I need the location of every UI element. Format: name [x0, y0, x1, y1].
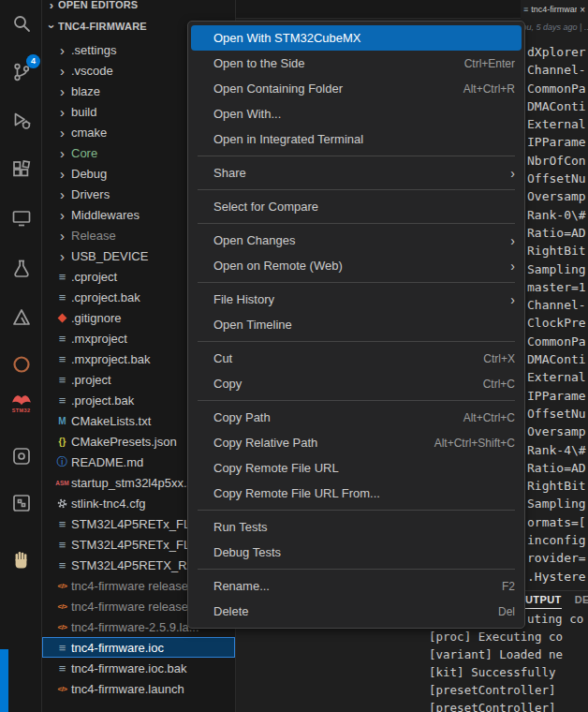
- chevron-right-icon: ›: [60, 229, 65, 243]
- activity-bar: 4 STM32: [0, 0, 42, 712]
- code-line: Rank-4\#: [527, 441, 588, 459]
- code-line: .Hystere: [527, 568, 588, 586]
- code-line: DMAConti: [527, 350, 588, 368]
- output-line: [variant] Loaded ne: [429, 645, 588, 663]
- chevron-down-icon: ›: [45, 20, 59, 33]
- json-file-icon: {}: [59, 437, 66, 447]
- menu-item-label: Delete: [213, 604, 498, 618]
- code-line: RightBit: [527, 477, 588, 495]
- menu-item-shortcut: Alt+Ctrl+Shift+C: [434, 437, 515, 450]
- menu-item-select-for-compare[interactable]: Select for Compare: [188, 194, 524, 219]
- menu-item-label: Copy Path: [213, 410, 463, 424]
- menu-item-label: Cut: [213, 351, 483, 365]
- menu-item-open-changes[interactable]: Open Changes›: [188, 228, 524, 253]
- code-line: ClockPre: [527, 314, 588, 332]
- menu-item-open-to-the-side[interactable]: Open to the SideCtrl+Enter: [188, 51, 524, 76]
- tree-item-label: STM32L4P5RETx_FLAS: [71, 517, 207, 531]
- tree-item-tnc4-firmware-launch[interactable]: </>tnc4-firmware.launch: [42, 678, 235, 699]
- file-icon: ≡: [59, 539, 66, 551]
- menu-item-run-tests[interactable]: Run Tests: [188, 514, 524, 540]
- tree-item-label: Core: [71, 146, 97, 160]
- tree-item-label: build: [71, 105, 96, 119]
- menu-item-open-in-integrated-terminal[interactable]: Open in Integrated Terminal: [188, 126, 524, 152]
- cmake-extension-icon[interactable]: [0, 302, 42, 334]
- tree-item-label: tnc4-firmware.ioc: [71, 641, 164, 655]
- code-line: Channel-: [527, 61, 588, 79]
- tab-bar: ≡ tnc4-firmware.ioc ×: [236, 0, 588, 19]
- tree-item-label: USB_DEVICE: [71, 249, 148, 263]
- tree-item-label: README.md: [71, 455, 143, 469]
- tab-label: tnc4-firmware.ioc: [531, 5, 577, 14]
- menu-item-cut[interactable]: CutCtrl+X: [188, 346, 524, 371]
- run-debug-icon[interactable]: [0, 105, 42, 137]
- menu-item-label: Open Containing Folder: [213, 82, 463, 96]
- menu-item-open-with-stm32cubemx[interactable]: Open With STM32CubeMX: [191, 25, 522, 51]
- menu-item-open-with[interactable]: Open With...: [188, 101, 524, 126]
- menu-item-label: Copy: [213, 377, 483, 391]
- xml-file-icon: </>: [57, 623, 66, 631]
- grid-extension-icon[interactable]: [0, 487, 42, 519]
- tree-item-label: .mxproject: [71, 332, 127, 346]
- menu-item-label: Open in Integrated Terminal: [213, 132, 515, 146]
- panel-tab-de[interactable]: DE: [575, 594, 588, 609]
- menu-item-share[interactable]: Share›: [188, 160, 524, 185]
- source-control-icon[interactable]: 4: [0, 56, 42, 88]
- menu-separator: [198, 223, 515, 224]
- tree-item-tnc4-firmware-ioc[interactable]: ≡tnc4-firmware.ioc: [42, 637, 235, 658]
- file-icon: ≡: [59, 518, 66, 530]
- source-control-badge: 4: [26, 54, 40, 68]
- chevron-right-icon: ›: [60, 167, 65, 181]
- menu-item-label: Open Changes: [213, 233, 503, 247]
- code-line: RightBit: [527, 242, 588, 260]
- file-icon: ≡: [59, 394, 66, 407]
- code-line: inconfig: [527, 531, 588, 549]
- ring-extension-icon[interactable]: [0, 349, 42, 380]
- tree-item-label: .cproject: [71, 270, 117, 284]
- tab-tnc4-firmware-ioc[interactable]: ≡ tnc4-firmware.ioc ×: [521, 0, 588, 19]
- info-file-icon: ⓘ: [57, 454, 68, 470]
- menu-separator: [198, 282, 515, 283]
- output-line: [proc] Executing co: [429, 628, 588, 645]
- tree-item-tnc4-firmware-ioc-bak[interactable]: ≡tnc4-firmware.ioc.bak: [42, 658, 235, 678]
- file-icon: ≡: [59, 662, 66, 675]
- chevron-right-icon: ›: [60, 64, 65, 78]
- code-line: Ratio=AD: [527, 224, 588, 242]
- menu-item-open-on-remote-web[interactable]: Open on Remote (Web)›: [188, 253, 524, 278]
- search-icon[interactable]: [0, 7, 42, 39]
- testing-beaker-icon[interactable]: [0, 253, 42, 285]
- menu-item-debug-tests[interactable]: Debug Tests: [188, 540, 524, 565]
- menu-item-open-containing-folder[interactable]: Open Containing FolderAlt+Ctrl+R: [188, 76, 524, 101]
- remote-explorer-icon[interactable]: [0, 202, 42, 234]
- menu-item-copy-remote-file-url[interactable]: Copy Remote File URL: [188, 455, 524, 481]
- tree-item-label: cmake: [71, 126, 107, 140]
- submenu-chevron-icon: ›: [510, 234, 515, 247]
- close-icon[interactable]: ×: [580, 5, 585, 15]
- device-extension-icon[interactable]: [0, 440, 42, 472]
- chevron-right-icon: ›: [60, 105, 65, 119]
- file-icon: ≡: [59, 559, 66, 571]
- menu-item-copy-path[interactable]: Copy PathAlt+Ctrl+C: [188, 405, 524, 430]
- menu-item-shortcut: Alt+Ctrl+C: [463, 411, 515, 424]
- submenu-chevron-icon: ›: [510, 167, 515, 180]
- extensions-icon[interactable]: [0, 154, 42, 185]
- menu-item-shortcut: Ctrl+X: [483, 352, 515, 365]
- menu-item-label: Open Timeline: [213, 318, 515, 332]
- menu-item-rename[interactable]: Rename...F2: [188, 573, 524, 599]
- menu-item-copy-relative-path[interactable]: Copy Relative PathAlt+Ctrl+Shift+C: [188, 430, 524, 455]
- file-icon: ≡: [59, 353, 66, 365]
- menu-item-label: File History: [213, 292, 503, 306]
- menu-item-open-timeline[interactable]: Open Timeline: [188, 312, 524, 337]
- gear-file-icon: [57, 498, 67, 509]
- menu-item-copy-remote-file-url-from[interactable]: Copy Remote File URL From...: [188, 481, 524, 506]
- code-line: External: [527, 368, 588, 386]
- tree-item-label: tnc4-firmware-2.5.9.la...: [71, 620, 199, 634]
- menu-item-label: Copy Remote File URL From...: [213, 486, 515, 500]
- menu-item-copy[interactable]: CopyCtrl+C: [188, 371, 524, 396]
- git-blame-annotation: You, 5 days ago | ...: [517, 22, 588, 32]
- hand-tool-icon[interactable]: [0, 544, 42, 576]
- code-content: dXplorerChannel-CommonPaDMAContiExternal…: [527, 43, 588, 586]
- open-editors-header[interactable]: › OPEN EDITORS: [42, 0, 235, 12]
- menu-item-delete[interactable]: DeleteDel: [188, 599, 524, 624]
- stm32-extension-icon[interactable]: STM32: [0, 380, 42, 422]
- menu-item-file-history[interactable]: File History›: [188, 287, 524, 312]
